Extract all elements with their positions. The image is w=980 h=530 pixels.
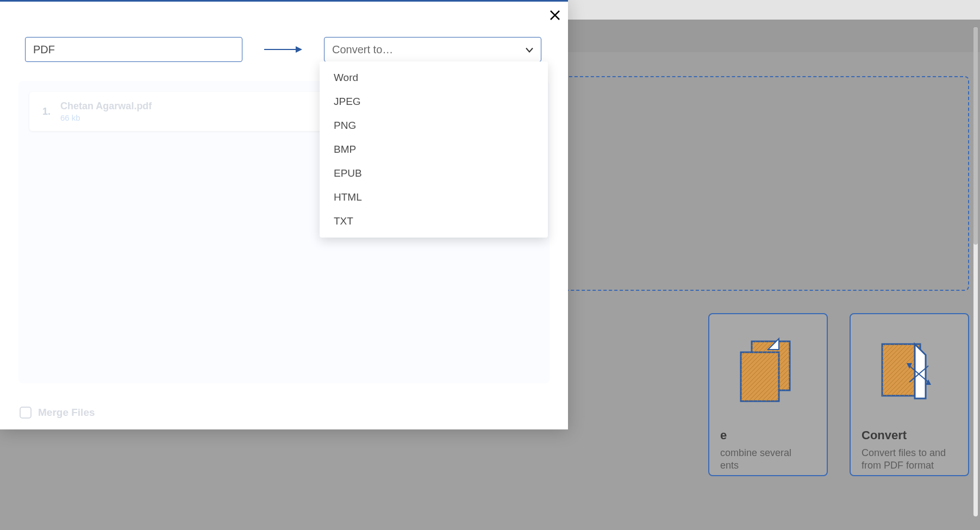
- dropdown-option-txt[interactable]: TXT: [320, 209, 548, 233]
- dropdown-option-html[interactable]: HTML: [320, 185, 548, 209]
- convert-icon: [877, 336, 942, 412]
- dropdown-option-png[interactable]: PNG: [320, 114, 548, 138]
- svg-rect-3: [741, 352, 779, 401]
- target-format-dropdown: Word JPEG PNG BMP EPUB HTML TXT: [320, 61, 548, 238]
- source-format-select[interactable]: PDF: [25, 37, 242, 62]
- card-merge-desc: combine several ents: [720, 447, 791, 472]
- file-size: 66 kb: [60, 113, 152, 122]
- vertical-scrollbar[interactable]: [973, 27, 978, 516]
- dropdown-option-epub[interactable]: EPUB: [320, 161, 548, 185]
- file-info: Chetan Agarwal.pdf 66 kb: [60, 101, 152, 122]
- chevron-down-icon: [526, 43, 533, 56]
- dropdown-option-jpeg[interactable]: JPEG: [320, 90, 548, 114]
- dropdown-option-bmp[interactable]: BMP: [320, 138, 548, 161]
- merge-label: Merge Files: [38, 407, 95, 419]
- card-merge[interactable]: e combine several ents: [708, 313, 828, 476]
- target-format-placeholder: Convert to…: [332, 43, 393, 56]
- conversion-header: PDF Convert to…: [25, 36, 543, 63]
- svg-marker-11: [296, 46, 302, 53]
- merge-files-option[interactable]: Merge Files: [20, 407, 95, 419]
- card-convert-desc: Convert files to and from PDF format: [862, 447, 957, 472]
- close-icon: [550, 7, 560, 24]
- target-format-select[interactable]: Convert to…: [324, 37, 541, 62]
- card-convert-title: Convert: [862, 428, 907, 442]
- merge-icon: [735, 336, 801, 412]
- source-format-value: PDF: [33, 43, 55, 56]
- card-merge-title: e: [720, 428, 727, 442]
- convert-modal: PDF Convert to… 1. Chetan Agarwal.pdf 66…: [0, 0, 568, 429]
- file-index: 1.: [42, 106, 51, 117]
- merge-checkbox[interactable]: [20, 407, 32, 419]
- dropdown-option-word[interactable]: Word: [320, 66, 548, 90]
- close-button[interactable]: [550, 8, 560, 23]
- file-name: Chetan Agarwal.pdf: [60, 101, 152, 112]
- scrollbar-thumb[interactable]: [973, 27, 978, 245]
- card-convert[interactable]: Convert Convert files to and from PDF fo…: [850, 313, 969, 476]
- arrow-icon: [242, 44, 324, 55]
